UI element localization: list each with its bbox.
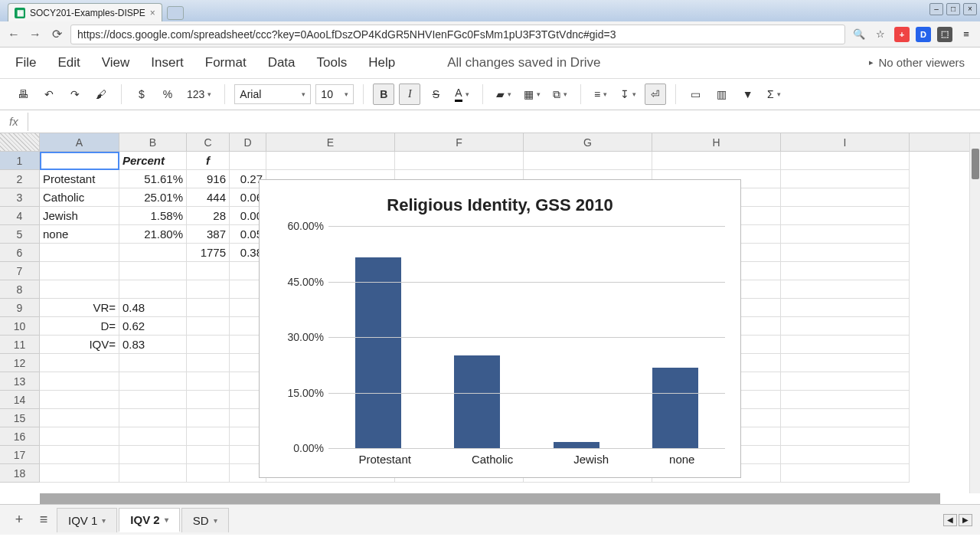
cell-I14[interactable] bbox=[781, 391, 910, 409]
scroll-left-button[interactable]: ◀ bbox=[943, 514, 957, 526]
cell-I4[interactable] bbox=[781, 207, 910, 225]
cell-A5[interactable]: none bbox=[40, 225, 119, 244]
cell-B12[interactable] bbox=[119, 354, 187, 372]
row-header-16[interactable]: 16 bbox=[0, 427, 40, 446]
italic-button[interactable]: I bbox=[399, 83, 420, 105]
menu-file[interactable]: File bbox=[15, 55, 36, 70]
cell-I8[interactable] bbox=[781, 280, 910, 299]
cell-C16[interactable] bbox=[187, 427, 230, 446]
cell-A3[interactable]: Catholic bbox=[40, 188, 119, 207]
percent-button[interactable]: % bbox=[157, 83, 178, 105]
cell-C11[interactable] bbox=[187, 336, 230, 354]
merge-cells-button[interactable]: ⧉ bbox=[549, 83, 571, 105]
font-size-select[interactable]: 10▾ bbox=[315, 84, 354, 104]
horizontal-scrollbar[interactable] bbox=[40, 493, 940, 504]
cell-C6[interactable]: 1775 bbox=[187, 244, 230, 262]
cell-A2[interactable]: Protestant bbox=[40, 170, 119, 188]
cell-C12[interactable] bbox=[187, 354, 230, 372]
row-header-6[interactable]: 6 bbox=[0, 244, 40, 262]
select-all-corner[interactable] bbox=[0, 133, 40, 152]
cell-C5[interactable]: 387 bbox=[187, 225, 230, 244]
cell-F1[interactable] bbox=[395, 152, 524, 170]
cell-C15[interactable] bbox=[187, 409, 230, 427]
cell-A13[interactable] bbox=[40, 372, 119, 391]
scroll-right-button[interactable]: ▶ bbox=[959, 514, 972, 526]
bookmark-star-icon[interactable]: ☆ bbox=[873, 27, 888, 42]
print-button[interactable]: 🖶 bbox=[12, 83, 34, 105]
fill-color-button[interactable]: ▰ bbox=[492, 83, 515, 105]
font-family-select[interactable]: Arial▾ bbox=[234, 84, 311, 104]
cell-C14[interactable] bbox=[187, 391, 230, 409]
col-header-E[interactable]: E bbox=[266, 133, 395, 151]
row-header-11[interactable]: 11 bbox=[0, 336, 40, 354]
col-header-D[interactable]: D bbox=[230, 133, 266, 151]
cell-I15[interactable] bbox=[781, 409, 910, 427]
embedded-chart[interactable]: Religious Identity, GSS 2010 0.00%15.00%… bbox=[259, 179, 741, 478]
cell-C8[interactable] bbox=[187, 280, 230, 299]
cell-I1[interactable] bbox=[781, 152, 910, 170]
cell-B10[interactable]: 0.62 bbox=[119, 317, 187, 336]
cell-I2[interactable] bbox=[781, 170, 910, 188]
row-header-17[interactable]: 17 bbox=[0, 446, 40, 464]
cell-A10[interactable]: D= bbox=[40, 317, 119, 336]
cell-B17[interactable] bbox=[119, 446, 187, 464]
row-header-13[interactable]: 13 bbox=[0, 372, 40, 391]
row-header-2[interactable]: 2 bbox=[0, 170, 40, 188]
horizontal-align-button[interactable]: ≡ bbox=[590, 83, 612, 105]
forward-button[interactable]: → bbox=[28, 27, 43, 42]
cell-A14[interactable] bbox=[40, 391, 119, 409]
cell-I9[interactable] bbox=[781, 299, 910, 317]
paint-format-button[interactable]: 🖌 bbox=[90, 83, 112, 105]
all-sheets-button[interactable]: ≡ bbox=[32, 509, 55, 532]
col-header-B[interactable]: B bbox=[119, 133, 187, 151]
cell-B18[interactable] bbox=[119, 464, 187, 483]
cell-B14[interactable] bbox=[119, 391, 187, 409]
undo-button[interactable]: ↶ bbox=[38, 83, 60, 105]
close-window-button[interactable]: × bbox=[963, 3, 977, 15]
cell-A15[interactable] bbox=[40, 409, 119, 427]
cell-I13[interactable] bbox=[781, 372, 910, 391]
menu-view[interactable]: View bbox=[102, 55, 130, 70]
number-format-button[interactable]: 123 bbox=[183, 83, 215, 105]
cell-A4[interactable]: Jewish bbox=[40, 207, 119, 225]
row-header-14[interactable]: 14 bbox=[0, 391, 40, 409]
new-tab-button[interactable] bbox=[167, 6, 184, 20]
cell-B2[interactable]: 51.61% bbox=[119, 170, 187, 188]
chrome-menu-icon[interactable]: ≡ bbox=[959, 27, 974, 42]
cell-A17[interactable] bbox=[40, 446, 119, 464]
vertical-align-button[interactable]: ↧ bbox=[616, 83, 640, 105]
cell-I10[interactable] bbox=[781, 317, 910, 336]
zoom-icon[interactable]: 🔍 bbox=[851, 27, 867, 42]
bold-button[interactable]: B bbox=[373, 83, 394, 105]
cell-B6[interactable] bbox=[119, 244, 187, 262]
vertical-scrollbar[interactable] bbox=[969, 133, 980, 493]
cell-I12[interactable] bbox=[781, 354, 910, 372]
sheet-tab-sd[interactable]: SD bbox=[181, 508, 229, 532]
functions-button[interactable]: Σ bbox=[763, 83, 785, 105]
back-button[interactable]: ← bbox=[6, 27, 21, 42]
row-header-15[interactable]: 15 bbox=[0, 409, 40, 427]
row-header-1[interactable]: 1 bbox=[0, 152, 40, 170]
col-header-A[interactable]: A bbox=[40, 133, 119, 151]
menu-help[interactable]: Help bbox=[368, 55, 395, 70]
cell-I6[interactable] bbox=[781, 244, 910, 262]
row-header-3[interactable]: 3 bbox=[0, 188, 40, 207]
extension-icon-3[interactable]: ⬚ bbox=[937, 27, 952, 42]
strikethrough-button[interactable]: S bbox=[425, 83, 446, 105]
extension-icon-2[interactable]: D bbox=[916, 27, 931, 42]
menu-edit[interactable]: Edit bbox=[57, 55, 80, 70]
col-header-H[interactable]: H bbox=[652, 133, 781, 151]
row-header-12[interactable]: 12 bbox=[0, 354, 40, 372]
cell-B11[interactable]: 0.83 bbox=[119, 336, 187, 354]
cell-D1[interactable] bbox=[230, 152, 266, 170]
cell-C9[interactable] bbox=[187, 299, 230, 317]
cell-I7[interactable] bbox=[781, 262, 910, 280]
menu-format[interactable]: Format bbox=[205, 55, 247, 70]
insert-chart-button[interactable]: ▥ bbox=[711, 83, 733, 105]
cell-A11[interactable]: IQV= bbox=[40, 336, 119, 354]
close-tab-icon[interactable]: × bbox=[150, 8, 155, 18]
cell-C1[interactable]: f bbox=[187, 152, 230, 170]
cell-B9[interactable]: 0.48 bbox=[119, 299, 187, 317]
cell-A16[interactable] bbox=[40, 427, 119, 446]
cell-C17[interactable] bbox=[187, 446, 230, 464]
